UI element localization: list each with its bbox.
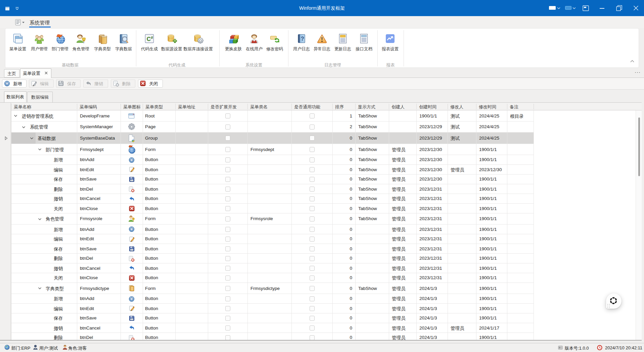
svg-text:?: ? <box>301 36 304 42</box>
svg-text:#: # <box>151 36 153 40</box>
svg-text:C: C <box>147 36 151 42</box>
